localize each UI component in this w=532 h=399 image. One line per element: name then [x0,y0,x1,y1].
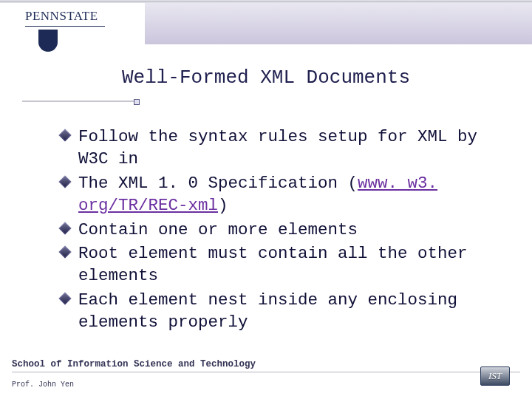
list-item: Root element must contain all the other … [61,242,502,287]
list-item: Follow the syntax rules setup for XML by… [61,126,502,171]
ist-logo: IST [480,366,510,386]
footer-department: School of Information Science and Techno… [12,359,520,372]
bullet-text: Contain one or more elements [78,220,358,239]
logo-wordmark: PENNSTATE [25,9,98,24]
bullet-text: Root element must contain all the other … [78,244,468,285]
bullet-text: The XML 1. 0 Specification ( [78,174,358,193]
header-band [145,3,532,44]
list-item: Each element nest inside any enclosing e… [61,289,502,334]
logo-underline [25,26,105,27]
list-item: Contain one or more elements [61,219,502,241]
bullet-text: Follow the syntax rules setup for XML by… [78,127,477,168]
bullet-text: Each element nest inside any enclosing e… [78,290,457,332]
diamond-bullet-icon [59,292,72,304]
diamond-bullet-icon [59,129,72,142]
title-rule [22,99,137,103]
shield-icon [38,30,58,52]
diamond-bullet-icon [59,222,72,234]
bullet-text-after: ) [218,196,228,215]
bullet-list: Follow the syntax rules setup for XML by… [61,126,502,335]
footer-professor: Prof. John Yen [12,381,74,389]
diamond-bullet-icon [59,175,72,188]
slide-title: Well-Formed XML Documents [0,66,532,89]
diamond-bullet-icon [59,245,72,258]
list-item: The XML 1. 0 Specification (www. w3. org… [61,172,502,217]
pennstate-logo: PENNSTATE [25,9,105,52]
